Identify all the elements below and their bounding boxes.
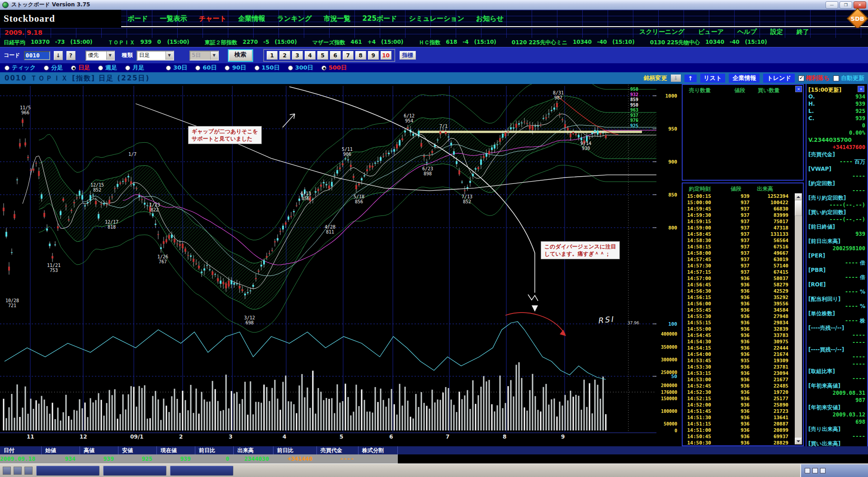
window-titlebar: ストックボード Version 3.75 — ❐ ✕ (0, 0, 868, 10)
scroll-down-button[interactable]: ↓ (671, 75, 681, 82)
quick-launch-icon[interactable] (14, 467, 22, 475)
radio-icon (5, 65, 9, 70)
chart-slot-button-8[interactable]: 8 (355, 51, 366, 60)
timeframe-150日[interactable]: 150日 (255, 64, 280, 72)
chart-slot-button-6[interactable]: 6 (330, 51, 341, 60)
chart-slot-buttons: 12345678910 (263, 49, 395, 62)
priority-select[interactable]: 優先 ▼ (85, 51, 115, 61)
trade-row: 14:50:4593669937 (683, 434, 795, 440)
summary-col-header: 安値 (118, 446, 157, 454)
timeframe-月足[interactable]: 月足 (125, 64, 144, 72)
timeframe-週足[interactable]: 週足 (98, 64, 117, 72)
scroll-up-button[interactable]: ↑ (684, 75, 697, 82)
radio-icon (71, 65, 76, 70)
info-line: [売り約定回数] (808, 194, 865, 201)
top-button[interactable]: 設定 (770, 28, 783, 36)
trade-row: 14:59:3093783999 (683, 212, 795, 219)
top-button[interactable]: 終了 (797, 28, 809, 36)
trade-row: 14:53:3093623781 (683, 364, 795, 370)
auto-update-checkbox[interactable]: 自動更新 (833, 74, 864, 82)
time-and-sales-list[interactable]: 15:00:15939125239415:00:0093710042214:59… (683, 193, 795, 444)
minimize-button[interactable]: — (826, 1, 838, 9)
radio-icon (255, 65, 259, 70)
quick-launch-icon[interactable] (24, 467, 33, 475)
menu-item-active[interactable]: チャート (199, 14, 226, 23)
chart-slot-button-9[interactable]: 9 (368, 51, 379, 60)
scroll-down-icon[interactable] (795, 438, 802, 444)
tray-icon[interactable] (812, 468, 818, 473)
scroll-up-icon[interactable] (795, 193, 802, 200)
summary-col-header: 日付 (0, 446, 42, 454)
scrollbar-thumb[interactable] (795, 201, 802, 216)
tray-icon[interactable] (820, 468, 826, 473)
company-info-button[interactable]: 企業情報 (729, 74, 760, 83)
trend-button[interactable]: トレンド (763, 74, 794, 83)
trade-row: 14:51:1593620887 (683, 421, 795, 427)
help-button[interactable]: ? (66, 51, 75, 60)
info-line: +341437600 (808, 144, 865, 151)
timeframe-90日[interactable]: 90日 (225, 64, 246, 72)
chart-slot-button-3[interactable]: 3 (292, 51, 303, 60)
timeframe-300日[interactable]: 300日 (288, 64, 313, 72)
trade-volume-header: 出来高 (757, 185, 773, 193)
code-spin-button[interactable]: ↓ (54, 51, 63, 60)
code-input[interactable] (24, 51, 50, 60)
indicator-button[interactable]: 指標 (400, 51, 416, 60)
index-field: 618 (446, 39, 457, 47)
timeframe-ティック[interactable]: ティック (5, 64, 36, 72)
summary-col-header: 始値 (42, 446, 80, 454)
trade-row: 14:56:3093642529 (683, 288, 795, 295)
chart-slot-button-1[interactable]: 1 (267, 51, 278, 60)
chart-slot-button-5[interactable]: 5 (317, 51, 328, 60)
list-button[interactable]: リスト (700, 74, 726, 83)
taskbar-window-button[interactable] (170, 466, 233, 476)
chart-slot-button-4[interactable]: 4 (305, 51, 316, 60)
close-panel-icon[interactable]: × (795, 86, 802, 92)
kind-select[interactable]: 日足 ▼ (137, 51, 174, 61)
menu-item-link[interactable]: 225ボード (363, 14, 397, 23)
ex-rights-checkbox[interactable]: 権利落ち (798, 74, 830, 82)
timeframe-分足[interactable]: 分足 (44, 64, 63, 72)
top-button[interactable]: ヘルプ (737, 28, 757, 36)
scrollbar[interactable] (795, 193, 802, 444)
info-line: ----% (808, 288, 865, 295)
chart-slot-button-10[interactable]: 10 (381, 51, 392, 60)
info-line: [年初来安値] (808, 404, 865, 411)
timeframe-row: ティック分足日足週足月足30日60日90日150日300日500日 (0, 63, 868, 72)
top-button[interactable]: ビューア (698, 28, 724, 36)
close-panel-icon[interactable]: × (858, 86, 864, 92)
info-line: [配当利回り] (808, 295, 865, 303)
index-quote: ＨＣ指数618-4(15:10) (419, 39, 496, 47)
index-quote: 東証２部指数2270-5(15:00) (205, 39, 297, 47)
info-line: [ROE] (808, 281, 865, 288)
chart-toolbar: コード ↓ ? 優先 ▼ 種類 日足 ▼ 5日 ▼ 検索 12345678910… (0, 47, 868, 63)
timeframe-60日[interactable]: 60日 (195, 64, 217, 72)
menu-item-link[interactable]: シミュレーション (409, 14, 464, 23)
timeframe-30日[interactable]: 30日 (166, 64, 187, 72)
timeframe-500日[interactable]: 500日 (321, 64, 347, 72)
tray-icon[interactable] (805, 468, 810, 473)
index-field: 東証２部指数 (205, 39, 237, 47)
search-button[interactable]: 検索 (229, 50, 252, 61)
chart-slot-button-2[interactable]: 2 (279, 51, 290, 60)
top-button[interactable]: スクリーニング (639, 28, 684, 36)
time-and-sales-panel: 約定時刻 値段 出来高 15:00:15939125239415:00:0093… (682, 182, 804, 446)
menu-item-link[interactable]: お知らせ (476, 14, 504, 23)
menu-item-link[interactable]: 市況一覧 (324, 14, 351, 23)
close-button[interactable]: ✕ (854, 1, 866, 9)
quick-launch-icon[interactable] (3, 467, 11, 475)
taskbar-window-button[interactable] (36, 466, 99, 476)
restore-button[interactable]: ❐ (840, 1, 852, 9)
info-line: ----百万 (808, 158, 865, 165)
timeframe-日足[interactable]: 日足 (71, 64, 90, 72)
menu-item-link[interactable]: ボード (127, 14, 148, 23)
candlestick-chart[interactable]: RSI 37.96 100095090085080010050400000350… (0, 84, 682, 446)
menu-item-link[interactable]: 一覧表示 (160, 14, 187, 23)
checkbox-icon (833, 75, 839, 81)
menu-item-link[interactable]: ランキング (277, 14, 312, 23)
taskbar-window-button[interactable] (103, 466, 166, 476)
timeframe-label: 分足 (51, 64, 63, 72)
menu-item-link[interactable]: 企業情報 (238, 14, 265, 23)
trade-row: 15:00:00937100422 (683, 200, 795, 206)
chart-slot-button-7[interactable]: 7 (343, 51, 354, 60)
